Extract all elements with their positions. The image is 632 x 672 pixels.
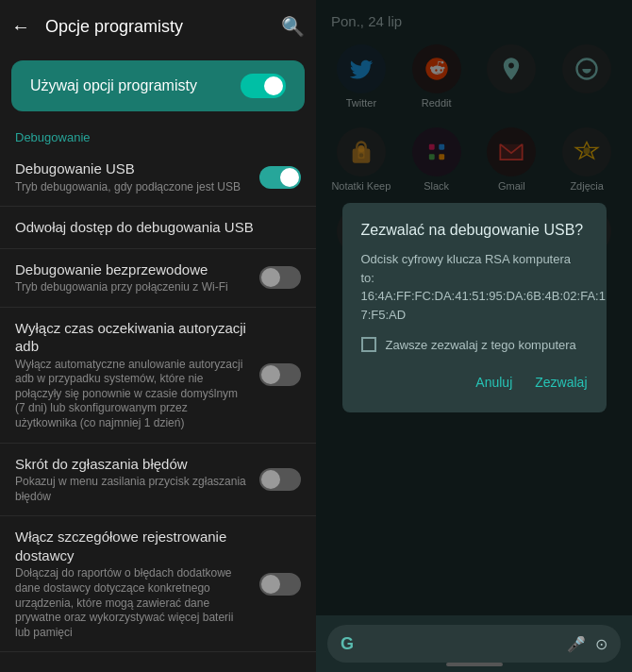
left-header: ← Opcje programisty 🔍 [0, 0, 316, 53]
always-allow-checkbox[interactable] [361, 337, 376, 352]
dialog-checkbox-row: Zawsze zezwalaj z tego komputera [361, 337, 588, 352]
search-icon[interactable]: 🔍 [281, 15, 305, 38]
wireless-debug-toggle[interactable] [259, 266, 301, 289]
revoke-usb-title: Odwołaj dostęp do debugowania USB [15, 218, 290, 237]
adb-auth-toggle[interactable] [259, 363, 301, 386]
right-panel: Pon., 24 lip Twitter Reddit [316, 0, 632, 672]
settings-item-bug-shortcut[interactable]: Skrót do zgłaszania błędów Pokazuj w men… [0, 444, 316, 517]
usb-debug-toggle[interactable] [259, 166, 301, 189]
mic-icon[interactable]: 🎤 [567, 635, 586, 653]
main-toggle-label: Używaj opcji programisty [30, 77, 197, 94]
bug-shortcut-title: Skrót do zgłaszania błędów [15, 455, 248, 474]
settings-list: Debugowanie USB Tryb debugowania, gdy po… [0, 148, 316, 672]
dialog-allow-button[interactable]: Zezwalaj [535, 371, 587, 394]
vendor-logging-title: Włącz szczegółowe rejestrowanie dostawcy [15, 528, 248, 564]
settings-item-vendor-logging[interactable]: Włącz szczegółowe rejestrowanie dostawcy… [0, 516, 316, 652]
settings-item-text: Debugowanie USB Tryb debugowania, gdy po… [15, 160, 259, 194]
back-icon[interactable]: ← [11, 16, 30, 38]
adb-auth-title: Wyłącz czas oczekiwania autoryzacji adb [15, 319, 248, 356]
bug-shortcut-toggle[interactable] [259, 468, 301, 491]
always-allow-label: Zawsze zezwalaj z tego komputera [386, 338, 576, 352]
section-label: Debugowanie [0, 119, 316, 148]
usb-debug-dialog: Zezwalać na debugowanie USB? Odcisk cyfr… [342, 203, 607, 412]
wireless-debug-subtitle: Tryb debugowania przy połączeniu z Wi-Fi [15, 280, 248, 295]
usb-debug-subtitle: Tryb debugowania, gdy podłączone jest US… [15, 180, 248, 195]
vendor-logging-subtitle: Dołączaj do raportów o błędach dodatkowe… [15, 566, 248, 640]
vendor-logging-toggle[interactable] [259, 573, 301, 596]
dialog-cancel-button[interactable]: Anuluj [475, 371, 512, 394]
adb-auth-subtitle: Wyłącz automatyczne anulowanie autoryzac… [15, 358, 248, 431]
main-toggle-section[interactable]: Używaj opcji programisty [11, 60, 305, 111]
usb-debug-title: Debugowanie USB [15, 160, 248, 178]
dialog-title: Zezwalać na debugowanie USB? [361, 222, 588, 239]
dialog-body: Odcisk cyfrowy klucza RSA komputera to: … [361, 250, 588, 324]
search-bar-right: 🎤 ⊙ [567, 635, 607, 653]
wireless-debug-title: Debugowanie bezprzewodowe [15, 260, 248, 279]
bug-shortcut-subtitle: Pokazuj w menu zasilania przycisk zgłasz… [15, 475, 248, 504]
page-title: Opcje programisty [45, 17, 266, 37]
settings-item-text: Włącz szczegółowe rejestrowanie dostawcy… [15, 528, 259, 640]
dialog-overlay: Zezwalać na debugowanie USB? Odcisk cyfr… [316, 0, 632, 615]
left-panel: ← Opcje programisty 🔍 Używaj opcji progr… [0, 0, 316, 672]
home-indicator [446, 663, 503, 666]
settings-item-wireless-debug[interactable]: Debugowanie bezprzewodowe Tryb debugowan… [0, 249, 316, 308]
main-toggle-switch[interactable] [241, 74, 286, 98]
settings-item-adb-auth[interactable]: Wyłącz czas oczekiwania autoryzacji adb … [0, 308, 316, 444]
lens-icon[interactable]: ⊙ [595, 635, 607, 653]
google-icon: G [341, 634, 354, 654]
settings-item-text: Odwołaj dostęp do debugowania USB [15, 218, 301, 237]
settings-item-text: Debugowanie bezprzewodowe Tryb debugowan… [15, 260, 259, 295]
settings-item-text: Skrót do zgłaszania błędów Pokazuj w men… [15, 455, 259, 505]
search-bar[interactable]: G 🎤 ⊙ [327, 625, 621, 663]
settings-item-usb-debug[interactable]: Debugowanie USB Tryb debugowania, gdy po… [0, 148, 316, 207]
settings-item-text: Wyłącz czas oczekiwania autoryzacji adb … [15, 319, 259, 431]
settings-item-revoke-usb[interactable]: Odwołaj dostęp do debugowania USB [0, 207, 316, 249]
dialog-buttons: Anuluj Zezwalaj [361, 371, 588, 394]
